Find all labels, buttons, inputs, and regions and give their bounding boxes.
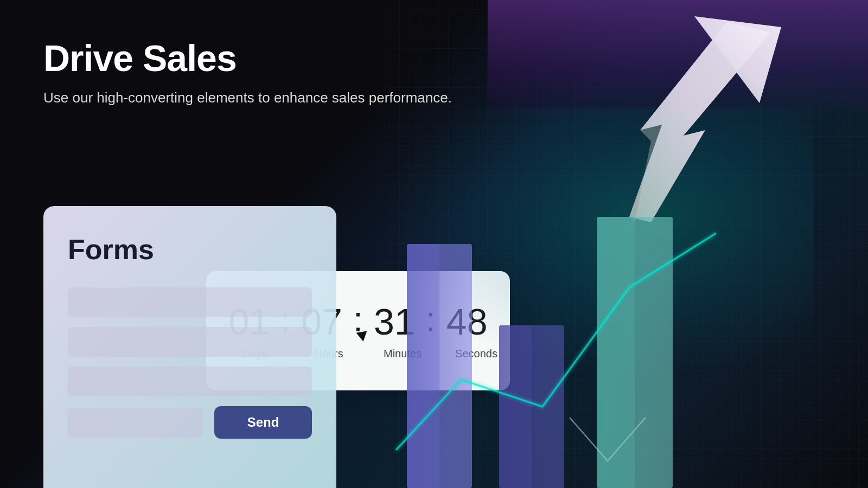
send-button[interactable]: Send [214, 406, 312, 439]
form-bottom-row: Send [68, 406, 312, 439]
form-title: Forms [68, 233, 312, 266]
form-input-1[interactable] [68, 287, 312, 317]
mouse-cursor [356, 331, 369, 342]
form-input-3[interactable] [68, 367, 312, 396]
form-input-2[interactable] [68, 327, 312, 357]
page-title: Drive Sales [43, 38, 825, 79]
form-input-4[interactable] [68, 408, 203, 438]
page-subtitle: Use our high-converting elements to enha… [43, 89, 825, 106]
form-card: Forms Send [43, 206, 336, 488]
